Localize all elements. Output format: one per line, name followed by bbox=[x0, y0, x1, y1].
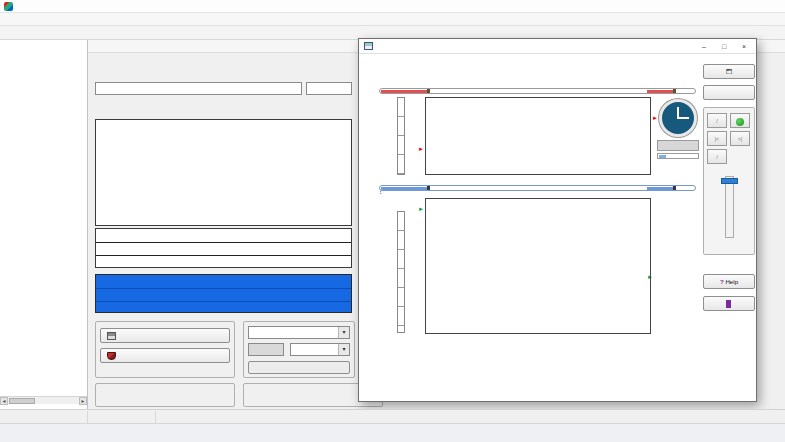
to-end-button[interactable]: >| bbox=[730, 131, 750, 146]
wufi-pro-window: ◄ ► ▾ ▾ bbox=[0, 0, 785, 442]
rate-scale-bar bbox=[397, 211, 405, 333]
humidity-left-arrow-icon: ► bbox=[418, 206, 424, 212]
clock-minute-hand bbox=[678, 117, 689, 119]
material-database-button[interactable] bbox=[100, 328, 230, 343]
chevron-down-icon: ▾ bbox=[338, 327, 349, 338]
scroll-left-icon[interactable]: ◄ bbox=[0, 397, 8, 405]
maximize-icon[interactable]: □ bbox=[716, 40, 732, 53]
assembly-cross-section[interactable] bbox=[95, 119, 352, 226]
updown-arrow-icon: ↕ bbox=[379, 189, 382, 195]
speed-slider-track[interactable] bbox=[725, 176, 734, 238]
temperature-left-arrow-icon: ► bbox=[418, 146, 424, 152]
moisture-scale-strip bbox=[95, 274, 352, 313]
grid-mode-select[interactable]: ▾ bbox=[248, 326, 350, 339]
material-database-icon bbox=[107, 332, 116, 340]
wufi-app-icon bbox=[4, 2, 13, 11]
moisture-chart bbox=[425, 198, 651, 334]
temperature-range-bar[interactable] bbox=[379, 88, 696, 94]
windows-taskbar bbox=[0, 423, 785, 442]
minimize-icon[interactable]: – bbox=[696, 40, 712, 53]
title-bar bbox=[0, 0, 785, 13]
animation-window: – □ × ► ► bbox=[358, 38, 757, 402]
simulation-clock bbox=[659, 99, 697, 137]
exit-icon bbox=[726, 300, 731, 308]
animation-window-icon bbox=[364, 42, 373, 50]
example-cases-icon bbox=[107, 352, 116, 360]
project-tree-panel: ◄ ► bbox=[0, 40, 88, 409]
step-back-button[interactable]: / bbox=[707, 113, 727, 128]
status-bar bbox=[0, 409, 785, 423]
save-properties-button[interactable] bbox=[703, 85, 755, 100]
play-button[interactable] bbox=[730, 113, 750, 128]
thickness-input[interactable] bbox=[306, 82, 352, 95]
grid-fineness-select[interactable]: ▾ bbox=[290, 343, 350, 356]
units-indicator bbox=[0, 411, 88, 423]
flux-scale-bar bbox=[397, 97, 405, 175]
temperature-right-arrow-icon: ► bbox=[652, 115, 658, 121]
animation-title-bar[interactable]: – □ × bbox=[359, 39, 756, 54]
to-start-button[interactable]: |< bbox=[707, 131, 727, 146]
close-icon[interactable]: × bbox=[736, 40, 752, 53]
properties-button[interactable]: 🗔 bbox=[703, 64, 755, 79]
tree-horizontal-scrollbar[interactable]: ◄ ► bbox=[0, 396, 87, 404]
example-cases-button[interactable] bbox=[100, 348, 230, 363]
moisture-range-bar[interactable] bbox=[379, 185, 696, 191]
close-button[interactable] bbox=[703, 296, 755, 311]
copy-grid-button[interactable] bbox=[248, 361, 350, 374]
simulation-progress-bar bbox=[657, 153, 699, 159]
temperature-chart bbox=[425, 97, 651, 175]
chevron-down-icon: ▾ bbox=[338, 344, 349, 355]
layer-name-input[interactable] bbox=[95, 82, 302, 95]
scrollbar-thumb[interactable] bbox=[9, 398, 35, 404]
status-spacer bbox=[88, 411, 156, 423]
speed-slider-handle[interactable] bbox=[721, 178, 738, 184]
grid-cells-input[interactable] bbox=[248, 343, 284, 356]
total-thickness-group bbox=[95, 383, 235, 407]
monitor-positions-strip[interactable] bbox=[95, 228, 352, 268]
menu-bar bbox=[0, 13, 785, 26]
status-message bbox=[156, 411, 785, 423]
simulation-date bbox=[657, 140, 699, 151]
single-step-button[interactable]: / bbox=[707, 149, 727, 164]
scroll-right-icon[interactable]: ► bbox=[79, 397, 87, 405]
play-icon bbox=[736, 118, 744, 126]
help-button[interactable]: ? Help bbox=[703, 274, 755, 289]
